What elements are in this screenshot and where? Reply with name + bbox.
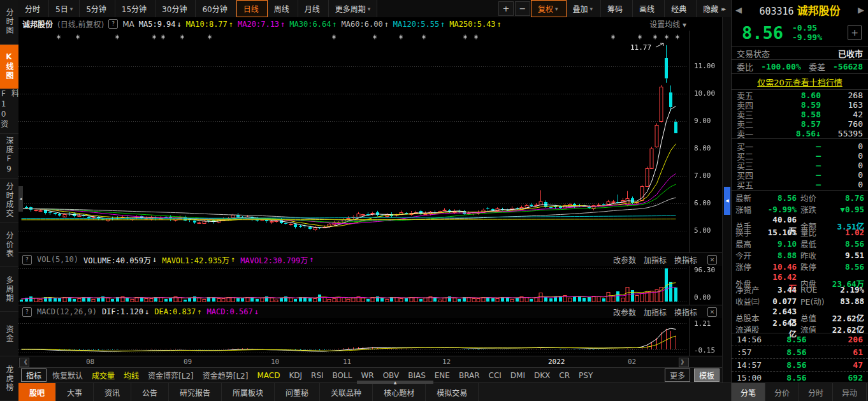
period-tab[interactable]: 更多周期▾ bbox=[329, 0, 378, 17]
ask-row[interactable]: 卖四8.59163 bbox=[732, 99, 868, 108]
sidebar-item[interactable]: 资金 bbox=[0, 312, 18, 356]
bid-row[interactable]: 买三—0 bbox=[732, 159, 868, 169]
indicator-tab[interactable]: BIAS bbox=[403, 371, 430, 380]
zoom-out-button[interactable]: − bbox=[515, 1, 530, 16]
pane-action-button[interactable]: 换指标 bbox=[674, 254, 697, 265]
indicator-tab[interactable]: MACD bbox=[252, 371, 284, 380]
tick-tab[interactable]: 分笔 bbox=[732, 383, 765, 401]
tool-button[interactable]: 隐藏▸▸ bbox=[697, 0, 732, 17]
indicator-tab[interactable]: BRAR bbox=[454, 371, 484, 380]
next-stock-arrow-icon[interactable]: ▶ bbox=[858, 5, 864, 15]
indicator-tab[interactable]: PSY bbox=[574, 371, 597, 380]
tool-button[interactable]: 画线 bbox=[633, 0, 665, 17]
sidebar-collapse-handle[interactable]: ◂ bbox=[18, 186, 23, 212]
indicator-tab[interactable]: 更多 bbox=[665, 368, 690, 382]
tick-row[interactable]: 14:568.56206 bbox=[732, 333, 868, 346]
indicator-tab[interactable]: WR bbox=[356, 371, 378, 380]
help-icon[interactable]: ? bbox=[22, 255, 32, 265]
prev-stock-arrow-icon[interactable]: ◀ bbox=[735, 5, 742, 15]
bottom-nav-item[interactable]: 关联品种 bbox=[320, 383, 373, 401]
period-tab[interactable]: 5分钟 bbox=[80, 0, 115, 17]
period-tab[interactable]: 60分钟 bbox=[196, 0, 236, 17]
period-tab[interactable]: 周线 bbox=[268, 0, 298, 17]
volume-chart[interactable] bbox=[18, 266, 722, 305]
bottom-nav-item[interactable]: 资讯 bbox=[94, 383, 131, 401]
ask-row[interactable]: 卖五8.60268 bbox=[732, 89, 868, 99]
indicator-tab[interactable]: 恢复默认 bbox=[48, 370, 87, 381]
ask-row[interactable]: 卖二8.57760 bbox=[732, 118, 868, 128]
indicator-tab[interactable]: 资金趋势[L2] bbox=[198, 370, 253, 381]
close-pane-icon[interactable]: × bbox=[707, 255, 717, 265]
bottom-nav-item[interactable]: 核心题材 bbox=[373, 383, 426, 401]
indicator-tab[interactable]: 模板 bbox=[694, 368, 720, 382]
period-tab[interactable]: 月线 bbox=[298, 0, 329, 17]
ask-row[interactable]: 卖一8.56↓55395 bbox=[732, 128, 868, 137]
sidebar-item[interactable]: 分价表 bbox=[0, 222, 18, 267]
bottom-nav-item[interactable]: 模拟交易 bbox=[426, 383, 479, 401]
sidebar-item[interactable]: 多周期 bbox=[0, 267, 18, 312]
bottom-nav-item[interactable]: 问董秘 bbox=[275, 383, 320, 401]
period-tab[interactable]: 分时 bbox=[18, 0, 49, 17]
bottom-nav-item[interactable]: 股吧 bbox=[18, 383, 56, 401]
bottom-nav-item[interactable]: 研究报告 bbox=[169, 383, 222, 401]
sidebar-item[interactable]: 分时图 bbox=[0, 0, 18, 45]
indicator-tab[interactable]: ENE bbox=[430, 371, 454, 380]
tool-button[interactable]: 经典 bbox=[665, 0, 697, 17]
pane-action-button[interactable]: 换指标 bbox=[674, 307, 697, 317]
indicator-tab[interactable]: DKX bbox=[530, 371, 554, 380]
indicator-tab[interactable]: KDJ bbox=[284, 371, 307, 380]
indicator-tab[interactable]: 成交量 bbox=[87, 370, 119, 381]
period-tab[interactable]: 30分钟 bbox=[156, 0, 196, 17]
horizontal-scrollbar-handle[interactable]: ▲ bbox=[357, 381, 433, 384]
zoom-in-button[interactable]: + bbox=[498, 1, 514, 16]
tool-button[interactable]: 叠加▾ bbox=[567, 0, 602, 17]
help-icon[interactable]: ? bbox=[108, 19, 118, 29]
indicator-tab[interactable]: 资金博弈[L2] bbox=[143, 370, 198, 381]
indicator-tab[interactable]: DMI bbox=[506, 371, 530, 380]
sidebar-item[interactable]: K线图 bbox=[0, 45, 18, 89]
indicator-tab[interactable]: 均线 bbox=[119, 370, 143, 381]
bid-row[interactable]: 买四—0 bbox=[732, 169, 868, 179]
tick-tab[interactable]: 分价 bbox=[765, 383, 799, 401]
add-to-watchlist-button[interactable]: + bbox=[848, 26, 862, 40]
help-icon[interactable]: ? bbox=[22, 307, 32, 317]
indicator-tab[interactable]: 指标 bbox=[21, 368, 47, 382]
tool-button[interactable]: 筹码 bbox=[601, 0, 633, 17]
pane-action-button[interactable]: 改参数 bbox=[613, 254, 636, 265]
indicator-tab[interactable]: RSI bbox=[307, 371, 328, 380]
pane-action-button[interactable]: 加指标 bbox=[644, 307, 667, 317]
period-tab[interactable]: 5日▾ bbox=[49, 0, 80, 17]
sidebar-item[interactable]: F10资料 bbox=[0, 89, 18, 134]
ma-settings-button[interactable]: 设置均线 ▾ bbox=[649, 18, 686, 29]
kline-chart[interactable] bbox=[18, 31, 722, 252]
indicator-tab[interactable]: CR bbox=[554, 371, 574, 380]
period-tab[interactable]: 15分钟 bbox=[115, 0, 156, 17]
pane-action-button[interactable]: 加指标 bbox=[644, 254, 667, 265]
splitter-handle[interactable]: ◀ bbox=[724, 187, 730, 215]
indicator-tab[interactable]: CCI bbox=[484, 371, 506, 380]
sidebar-item[interactable]: 分时成交 bbox=[0, 179, 18, 223]
bottom-nav-item[interactable]: 公告 bbox=[131, 383, 169, 401]
tick-tab[interactable]: 分时 bbox=[799, 383, 833, 401]
sidebar-item[interactable]: 深度F9 bbox=[0, 134, 18, 179]
bottom-nav-item[interactable]: 所属板块 bbox=[222, 383, 275, 401]
tool-button[interactable]: 复权▾ bbox=[531, 0, 567, 17]
tick-tab[interactable]: 异动 bbox=[833, 383, 867, 401]
bid-row[interactable]: 买五—0 bbox=[732, 179, 868, 188]
scroll-right-button[interactable]: 》 bbox=[679, 358, 689, 367]
bottom-nav-item[interactable]: 大事 bbox=[56, 383, 94, 401]
indicator-tab[interactable]: OBV bbox=[379, 371, 404, 380]
pane-action-button[interactable]: 改参数 bbox=[613, 307, 636, 317]
tick-row[interactable]: 14:578.5647 bbox=[732, 359, 868, 372]
indicator-tab[interactable]: BOLL bbox=[328, 371, 357, 380]
tick-row[interactable]: :578.5661 bbox=[732, 346, 868, 359]
bid-row[interactable]: 买二—0 bbox=[732, 150, 868, 159]
ask-row[interactable]: 卖三8.5842 bbox=[732, 108, 868, 118]
period-tab[interactable]: 日线 bbox=[236, 0, 268, 17]
close-pane-icon[interactable]: × bbox=[707, 307, 717, 317]
sidebar-item[interactable]: 龙虎榜 bbox=[0, 356, 18, 401]
bid-row[interactable]: 买一—0 bbox=[732, 140, 868, 150]
level2-upsell-link[interactable]: 仅需20元查看十档行情 bbox=[757, 76, 843, 88]
scroll-left-button[interactable]: 《 bbox=[19, 358, 29, 367]
macd-chart[interactable] bbox=[18, 318, 722, 356]
